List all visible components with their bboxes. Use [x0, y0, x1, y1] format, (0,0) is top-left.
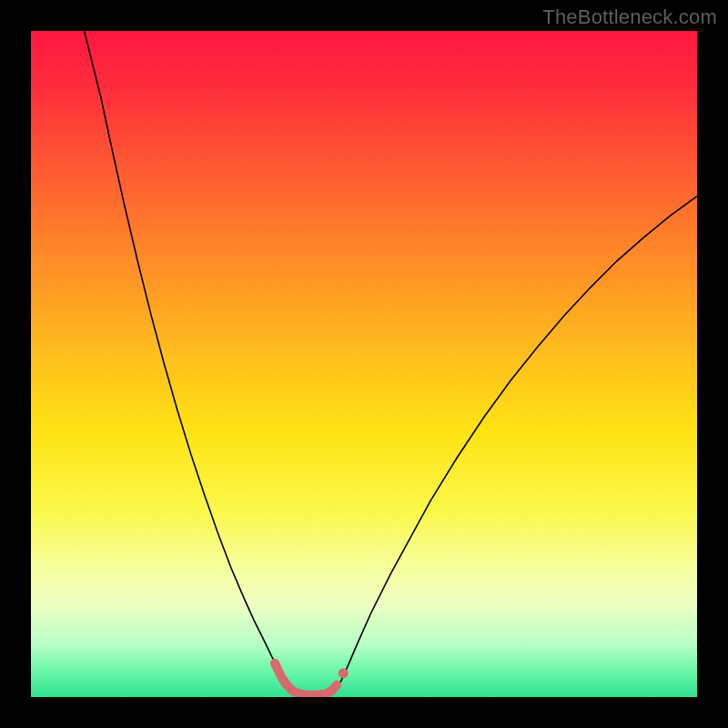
chart-svg — [31, 31, 697, 697]
marker-highlight-end-dot — [339, 668, 349, 678]
chart-marker-layer — [339, 668, 349, 678]
chart-background — [31, 31, 697, 697]
chart-frame: TheBottleneck.com — [0, 0, 728, 728]
watermark-text: TheBottleneck.com — [542, 5, 717, 29]
chart-plot-area — [31, 31, 697, 697]
